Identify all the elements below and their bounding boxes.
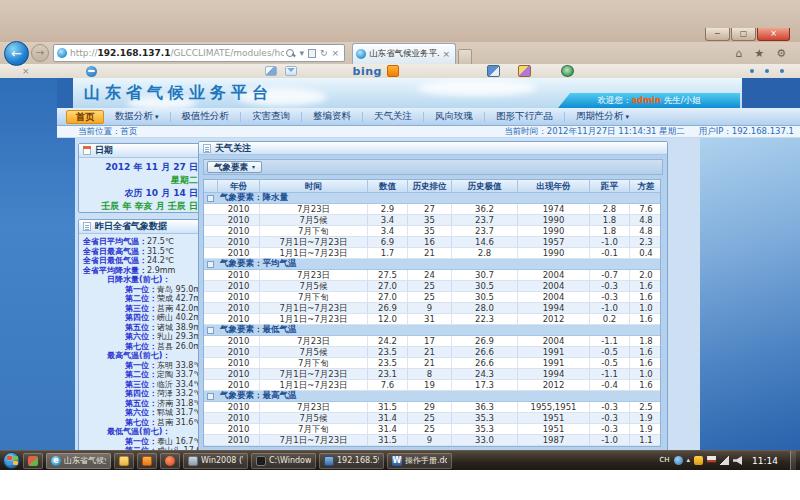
nav-item-2[interactable]: 极值性分析 xyxy=(171,110,241,123)
taskbar-app-word[interactable]: W操作手册.docx ... xyxy=(387,453,452,469)
table-row[interactable]: 20107月5候3.43523.719901.84.8 xyxy=(204,215,660,226)
group-header-0[interactable]: 气象要素：降水量 xyxy=(204,193,660,204)
start-button[interactable] xyxy=(3,452,20,469)
tray-hidden-icon[interactable]: ▴ xyxy=(687,456,691,465)
globe-shortcut-icon[interactable] xyxy=(561,65,574,77)
nav-item-6[interactable]: 风向玫瑰 xyxy=(424,110,484,123)
taskbar-app-app[interactable] xyxy=(23,453,43,469)
url-text[interactable]: http://192.168.137.1/GLCCLIMATE/modules/… xyxy=(70,48,284,58)
column-header-2[interactable]: 数值 xyxy=(368,180,408,192)
mail-icon[interactable] xyxy=(285,66,297,76)
blocked-addon-icon[interactable] xyxy=(86,66,97,77)
taskbar-app-console[interactable]: C:\Windows\s... xyxy=(251,453,316,469)
table-row[interactable]: 20107月下旬23.52126.61991-0.51.6 xyxy=(204,358,660,369)
tray-net-icon[interactable] xyxy=(720,456,729,465)
settings-gear-icon[interactable]: ⚙ xyxy=(776,47,786,60)
cell: 7月23日 xyxy=(260,270,368,280)
nav-item-5[interactable]: 天气关注 xyxy=(363,110,423,123)
taskbar-app-folder[interactable] xyxy=(114,453,134,469)
search-icon[interactable] xyxy=(286,49,295,58)
expand-collapse-icon[interactable] xyxy=(207,327,214,334)
forward-button[interactable]: → xyxy=(31,44,49,62)
group-header-2[interactable]: 气象要素：最低气温 xyxy=(204,325,660,336)
cell: -0.3 xyxy=(590,413,630,423)
expand-collapse-icon[interactable] xyxy=(207,393,214,400)
new-tab-button[interactable] xyxy=(458,49,472,64)
tray-lang-icon[interactable]: CH xyxy=(659,456,669,465)
table-row[interactable]: 20107月23日24.21726.92004-1.11.8 xyxy=(204,336,660,347)
show-desktop-button[interactable] xyxy=(790,451,796,471)
taskbar-clock[interactable]: 11:14 xyxy=(752,456,778,466)
taskbar-app-window[interactable]: Win2008 (VS2... xyxy=(183,453,248,469)
table-row[interactable]: 20107月1日~7月23日6.91614.61957-1.02.3 xyxy=(204,237,660,248)
nav-item-3[interactable]: 灾害查询 xyxy=(241,110,301,123)
bing-tile-icon[interactable] xyxy=(387,65,399,77)
group-header-1[interactable]: 气象要素：平均气温 xyxy=(204,259,660,270)
table-row[interactable]: 20107月23日27.52430.72004-0.72.0 xyxy=(204,270,660,281)
bing-logo[interactable]: bing xyxy=(353,65,382,78)
compatibility-view-icon[interactable] xyxy=(308,49,316,58)
tab-close-icon[interactable]: × xyxy=(440,49,452,59)
tray-flag-icon[interactable] xyxy=(707,456,716,465)
column-header-4[interactable]: 历史极值 xyxy=(452,180,518,192)
weather-focus-body: 气象要素▾ 年份时间数值历史排位历史极值出现年份距平方差 气象要素：降水量201… xyxy=(199,155,667,450)
nav-item-4[interactable]: 整编资料 xyxy=(302,110,362,123)
table-row[interactable]: 20107月下旬31.42535.31951-0.31.9 xyxy=(204,424,660,435)
maximize-button[interactable]: ▢ xyxy=(731,28,756,41)
cell: 7.6 xyxy=(630,204,662,214)
tray-vol-icon[interactable] xyxy=(733,456,742,465)
address-bar[interactable]: http://192.168.137.1/GLCCLIMATE/modules/… xyxy=(53,44,345,62)
taskbar-app-player[interactable] xyxy=(160,453,180,469)
element-selector-button[interactable]: 气象要素▾ xyxy=(207,161,262,173)
expand-collapse-icon[interactable] xyxy=(207,195,214,202)
table-row[interactable]: 20107月23日2.92736.219742.87.6 xyxy=(204,204,660,215)
group-header-3[interactable]: 气象要素：最高气温 xyxy=(204,391,660,402)
column-header-0[interactable]: 年份 xyxy=(218,180,260,192)
home-icon[interactable]: ⌂ xyxy=(735,47,742,60)
back-button[interactable]: ← xyxy=(4,41,29,66)
taskbar-app-ie[interactable]: e山东省气候业... xyxy=(46,453,111,469)
cell: 1957 xyxy=(518,237,590,247)
column-header-3[interactable]: 历史排位 xyxy=(408,180,452,192)
table-row[interactable]: 20107月5候27.02530.52004-0.31.6 xyxy=(204,281,660,292)
table-row[interactable]: 20107月5候31.42535.31951-0.31.9 xyxy=(204,413,660,424)
taskbar-app-media[interactable] xyxy=(137,453,157,469)
table-row[interactable]: 20107月下旬27.02530.52004-0.31.6 xyxy=(204,292,660,303)
cards-icon[interactable] xyxy=(265,66,277,76)
cell: 2010 xyxy=(218,270,260,280)
close-pane-icon[interactable]: × xyxy=(22,66,30,76)
yesterday-panel-title: 昨日全省气象数据 xyxy=(95,220,167,233)
column-header-5[interactable]: 出现年份 xyxy=(518,180,590,192)
autocomplete-caret-icon[interactable]: ▾ xyxy=(297,48,306,58)
overflow-dots-icon[interactable] xyxy=(750,69,784,73)
rank-label: 第一位： xyxy=(125,285,157,294)
column-header-1[interactable]: 时间 xyxy=(260,180,368,192)
browser-tab[interactable]: 山东省气候业务平... × xyxy=(352,43,456,64)
column-header-7[interactable]: 方差 xyxy=(630,180,662,192)
favorites-star-icon[interactable]: ★ xyxy=(754,47,764,60)
nav-item-0[interactable]: 首页 xyxy=(66,110,104,124)
taskbar-app-remote[interactable]: 192.168.59.99... xyxy=(319,453,384,469)
minimize-button[interactable]: ─ xyxy=(705,28,730,41)
dropdown-caret-icon: ▾ xyxy=(626,113,630,121)
nav-item-7[interactable]: 图形下行产品 xyxy=(485,110,564,123)
table-row[interactable]: 20107月23日31.52936.31955,1951-0.32.5 xyxy=(204,402,660,413)
table-row[interactable]: 20107月1日~7月23日31.5933.01987-1.01.1 xyxy=(204,435,660,446)
tray-action-icon[interactable] xyxy=(674,456,683,465)
refresh-icon[interactable]: ↻ xyxy=(318,48,330,58)
nav-item-8[interactable]: 周期性分析▾ xyxy=(565,110,640,123)
tools-shortcut-icon[interactable] xyxy=(518,65,531,77)
media-shortcut-icon[interactable] xyxy=(487,65,500,77)
column-header-6[interactable]: 距平 xyxy=(590,180,630,192)
stop-icon[interactable]: × xyxy=(329,48,341,58)
cell: 1.7 xyxy=(368,248,408,258)
tray-security-icon[interactable] xyxy=(694,456,703,465)
table-row[interactable]: 20107月5候23.52126.61991-0.51.6 xyxy=(204,347,660,358)
table-row[interactable]: 20107月下旬3.43523.719901.84.8 xyxy=(204,226,660,237)
nav-item-1[interactable]: 数据分析▾ xyxy=(104,110,170,123)
table-row[interactable]: 20107月1日~7月23日26.9928.01994-1.01.0 xyxy=(204,303,660,314)
cell: 7月23日 xyxy=(260,204,368,214)
expand-collapse-icon[interactable] xyxy=(207,261,214,268)
table-row[interactable]: 20107月1日~7月23日23.1824.31994-1.11.0 xyxy=(204,369,660,380)
close-button[interactable]: × xyxy=(757,28,790,41)
